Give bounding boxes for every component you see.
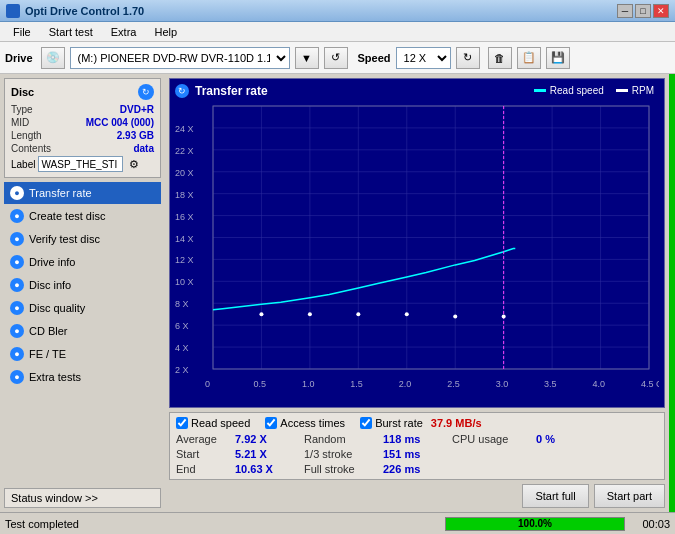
app-title: Opti Drive Control 1.70 xyxy=(25,5,144,17)
end-key: End xyxy=(176,463,231,475)
disc-panel: Disc ↻ Type DVD+R MID MCC 004 (000) Leng… xyxy=(4,78,161,178)
titlebar: Opti Drive Control 1.70 ─ □ ✕ xyxy=(0,0,675,22)
fe-te-icon: ● xyxy=(10,347,24,361)
menu-extra[interactable]: Extra xyxy=(103,24,145,40)
cd-bler-icon: ● xyxy=(10,324,24,338)
green-side-border xyxy=(669,74,675,512)
nav-create-test-disc[interactable]: ● Create test disc xyxy=(4,205,161,227)
nav-drive-info[interactable]: ● Drive info xyxy=(4,251,161,273)
burst-rate-label: Burst rate xyxy=(375,417,423,429)
legend-read-speed-label: Read speed xyxy=(550,85,604,96)
drive-down-arrow[interactable]: ▼ xyxy=(295,47,319,69)
stats-panel: Read speed Access times Burst rate 37.9 … xyxy=(169,412,665,480)
disc-quality-icon: ● xyxy=(10,301,24,315)
copy-btn[interactable]: 📋 xyxy=(517,47,541,69)
progress-bar: 100.0% xyxy=(445,517,625,531)
random-val: 118 ms xyxy=(383,433,448,445)
nav-verify-test-disc[interactable]: ● Verify test disc xyxy=(4,228,161,250)
app-icon xyxy=(6,4,20,18)
start-key: Start xyxy=(176,448,231,460)
nav-transfer-rate-label: Transfer rate xyxy=(29,187,92,199)
average-val: 7.92 X xyxy=(235,433,300,445)
bottom-buttons: Start full Start part xyxy=(169,484,665,508)
cpu-val: 0 % xyxy=(536,433,658,445)
nav-fe-te-label: FE / TE xyxy=(29,348,66,360)
drive-select[interactable]: (M:) PIONEER DVD-RW DVR-110D 1.17 xyxy=(70,47,290,69)
start-full-btn[interactable]: Start full xyxy=(522,484,588,508)
legend-read-speed-color xyxy=(534,89,546,92)
speed-label: Speed xyxy=(358,52,391,64)
minimize-button[interactable]: ─ xyxy=(617,4,633,18)
disc-length-key: Length xyxy=(11,130,42,141)
drive-info-icon: ● xyxy=(10,255,24,269)
toolbar: Drive 💿 (M:) PIONEER DVD-RW DVR-110D 1.1… xyxy=(0,42,675,74)
nav-disc-info[interactable]: ● Disc info xyxy=(4,274,161,296)
legend-rpm-label: RPM xyxy=(632,85,654,96)
disc-label-key: Label xyxy=(11,159,35,170)
disc-info-icon: ● xyxy=(10,278,24,292)
nav-create-test-disc-label: Create test disc xyxy=(29,210,105,222)
access-times-checkbox[interactable] xyxy=(265,417,277,429)
nav-fe-te[interactable]: ● FE / TE xyxy=(4,343,161,365)
progress-label: 100.0% xyxy=(446,518,624,530)
chart-title-icon: ↻ xyxy=(175,84,189,98)
access-times-label: Access times xyxy=(280,417,345,429)
drive-icon-btn[interactable]: 💿 xyxy=(41,47,65,69)
fullstroke-key: Full stroke xyxy=(304,463,379,475)
burst-rate-val: 37.9 MB/s xyxy=(431,417,482,429)
fullstroke-val: 226 ms xyxy=(383,463,448,475)
erase-btn[interactable]: 🗑 xyxy=(488,47,512,69)
stroke1-val: 151 ms xyxy=(383,448,448,460)
status-window-btn[interactable]: Status window >> xyxy=(4,488,161,508)
stroke1-key: 1/3 stroke xyxy=(304,448,379,460)
statusbar: Test completed 100.0% 00:03 xyxy=(0,512,675,534)
close-button[interactable]: ✕ xyxy=(653,4,669,18)
average-key: Average xyxy=(176,433,231,445)
drive-label: Drive xyxy=(5,52,33,64)
nav-drive-info-label: Drive info xyxy=(29,256,75,268)
disc-mid-val: MCC 004 (000) xyxy=(86,117,154,128)
transfer-rate-chart xyxy=(175,101,659,397)
speed-select[interactable]: 12 X 4 X 8 X 16 X MAX xyxy=(396,47,451,69)
status-window-label: Status window >> xyxy=(11,492,98,504)
menu-help[interactable]: Help xyxy=(146,24,185,40)
transfer-rate-icon: ● xyxy=(10,186,24,200)
read-speed-checkbox[interactable] xyxy=(176,417,188,429)
nav-extra-tests-label: Extra tests xyxy=(29,371,81,383)
chart-container: ↻ Transfer rate Read speed RPM xyxy=(169,78,665,408)
sidebar: Disc ↻ Type DVD+R MID MCC 004 (000) Leng… xyxy=(0,74,165,512)
verify-test-disc-icon: ● xyxy=(10,232,24,246)
end-val: 10.63 X xyxy=(235,463,300,475)
disc-type-key: Type xyxy=(11,104,33,115)
disc-title: Disc xyxy=(11,86,34,98)
chart-title: Transfer rate xyxy=(195,84,268,98)
disc-label-input[interactable] xyxy=(38,156,123,172)
disc-label-icon-btn[interactable]: ⚙ xyxy=(126,156,142,172)
status-text: Test completed xyxy=(5,518,440,530)
save-btn[interactable]: 💾 xyxy=(546,47,570,69)
nav-cd-bler-label: CD Bler xyxy=(29,325,68,337)
nav-transfer-rate[interactable]: ● Transfer rate xyxy=(4,182,161,204)
chart-legend: Read speed RPM xyxy=(534,85,654,96)
disc-mid-key: MID xyxy=(11,117,29,128)
time-label: 00:03 xyxy=(630,518,670,530)
menu-starttest[interactable]: Start test xyxy=(41,24,101,40)
maximize-button[interactable]: □ xyxy=(635,4,651,18)
apply-speed-btn[interactable]: ↻ xyxy=(456,47,480,69)
disc-type-val: DVD+R xyxy=(120,104,154,115)
nav-cd-bler[interactable]: ● CD Bler xyxy=(4,320,161,342)
create-test-disc-icon: ● xyxy=(10,209,24,223)
nav-extra-tests[interactable]: ● Extra tests xyxy=(4,366,161,388)
disc-length-val: 2.93 GB xyxy=(117,130,154,141)
menu-file[interactable]: File xyxy=(5,24,39,40)
disc-contents-key: Contents xyxy=(11,143,51,154)
start-part-btn[interactable]: Start part xyxy=(594,484,665,508)
refresh-drive-btn[interactable]: ↺ xyxy=(324,47,348,69)
nav-verify-test-disc-label: Verify test disc xyxy=(29,233,100,245)
burst-rate-checkbox[interactable] xyxy=(360,417,372,429)
disc-refresh-btn[interactable]: ↻ xyxy=(138,84,154,100)
nav-disc-info-label: Disc info xyxy=(29,279,71,291)
right-panel: ↻ Transfer rate Read speed RPM xyxy=(165,74,669,512)
disc-contents-val: data xyxy=(133,143,154,154)
nav-disc-quality[interactable]: ● Disc quality xyxy=(4,297,161,319)
